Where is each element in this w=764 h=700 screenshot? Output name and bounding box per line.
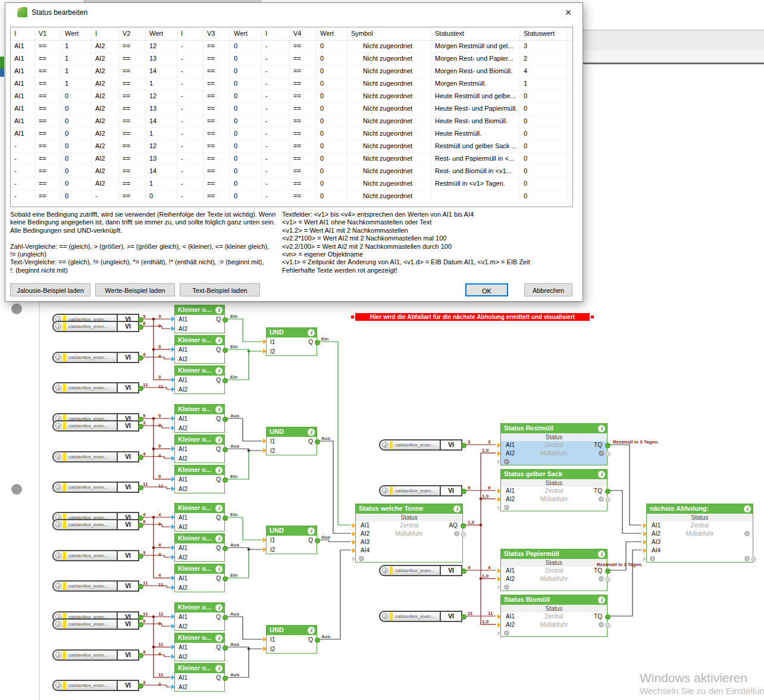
caldav-input-block[interactable]: icaldav4lox_even...VI: [379, 439, 462, 451]
caldav-input-block[interactable]: icaldav4lox_even...VI: [52, 482, 139, 493]
table-row[interactable]: AI1==1AI2==14-==0-==0Nicht zugeordnetMor…: [11, 65, 572, 78]
table-row[interactable]: AI1==1AI2==1-==0-==0Nicht zugeordnetMorg…: [11, 78, 572, 90]
status-block[interactable]: Status BiomülliStatusAI1ZentralTQAI2Müll…: [500, 595, 608, 637]
info-icon[interactable]: i: [215, 367, 223, 374]
info-icon[interactable]: i: [215, 406, 223, 413]
info-icon[interactable]: i: [598, 596, 605, 604]
add-port-icon[interactable]: +: [599, 496, 604, 502]
caldav-input-block[interactable]: icaldav4lox_even...VI: [52, 618, 139, 630]
caldav-input-block[interactable]: icaldav4lox_even...VI: [52, 649, 139, 661]
info-icon[interactable]: i: [598, 551, 605, 558]
kleiner-block[interactable]: Kleiner o...iAI1AI2Q: [174, 564, 225, 592]
caldav-input-block[interactable]: icaldav4lox_even...VI: [52, 580, 139, 592]
caldav-input-block[interactable]: icaldav4lox_even...VI: [52, 420, 139, 432]
und-block[interactable]: UNDiI1I2Q: [266, 625, 317, 654]
jalousie-beispiel-button[interactable]: Jalousie-Beispiel laden: [10, 283, 90, 296]
kleiner-block[interactable]: Kleiner o...iAI1AI2Q: [174, 435, 225, 463]
table-cell: AI1: [11, 53, 35, 65]
add-port-icon[interactable]: +: [504, 585, 509, 590]
table-row[interactable]: -==0-==0-==0-==0Nicht zugeordnet0: [11, 190, 572, 203]
caldav-input-block[interactable]: icaldav4lox_even...VI: [52, 519, 139, 530]
table-row[interactable]: AI1==1AI2==13-==0-==0Nicht zugeordnetMor…: [11, 53, 572, 65]
caldav-input-block[interactable]: icaldav4lox_even...VI: [379, 485, 462, 496]
kleiner-block[interactable]: Kleiner o...iAI1AI2Q: [174, 602, 225, 631]
ok-button[interactable]: OK: [465, 283, 508, 296]
info-icon[interactable]: i: [215, 535, 223, 542]
text-beispiel-button[interactable]: Text-Beispiel laden: [180, 283, 260, 296]
info-icon[interactable]: i: [215, 635, 223, 642]
add-port-icon[interactable]: +: [504, 459, 509, 464]
info-icon[interactable]: i: [308, 329, 315, 336]
caldav-input-block[interactable]: icaldav4lox_even...VI: [52, 321, 139, 332]
table-row[interactable]: -==0AI2==13-==0-==0Nicht zugeordnetRest-…: [11, 153, 572, 165]
wire-label: 11: [158, 611, 163, 617]
add-port-icon[interactable]: +: [599, 451, 604, 456]
und-block[interactable]: UNDiI1I2Q: [266, 427, 317, 455]
add-port-icon[interactable]: +: [744, 556, 750, 561]
close-icon[interactable]: ×: [561, 5, 575, 20]
kleiner-block[interactable]: Kleiner o...iAI1AI2Q: [174, 335, 225, 364]
port-label: TQ: [594, 613, 602, 620]
info-icon[interactable]: i: [215, 665, 223, 672]
caldav-input-block[interactable]: icaldav4lox_even...VI: [52, 382, 139, 393]
info-icon[interactable]: i: [215, 565, 223, 573]
table-row[interactable]: -==0AI2==14-==0-==0Nicht zugeordnetRest-…: [11, 165, 572, 178]
status-block[interactable]: Status PapiermülliStatusAI1ZentralTQAI2M…: [500, 549, 608, 591]
table-row[interactable]: AI1==0AI2==13-==0-==0Nicht zugeordnetHeu…: [11, 103, 572, 115]
kleiner-block[interactable]: Kleiner o...iAI1AI2Q: [174, 663, 225, 692]
info-icon[interactable]: i: [453, 505, 461, 512]
info-icon[interactable]: i: [215, 505, 223, 512]
add-port-icon[interactable]: +: [599, 576, 604, 582]
info-icon[interactable]: i: [215, 467, 223, 474]
add-port-icon[interactable]: +: [454, 531, 459, 536]
caldav-input-block[interactable]: icaldav4lox_even...VI: [379, 565, 462, 576]
status-block[interactable]: Status gelber SackiStatusAI1ZentralTQAI2…: [500, 469, 608, 511]
status-block[interactable]: Status welche TonneiStatusAI1ZentralAQAI…: [355, 504, 463, 562]
caldav-input-block[interactable]: icaldav4lox_even...VI: [379, 611, 462, 622]
info-icon[interactable]: i: [308, 627, 315, 634]
und-block[interactable]: UNDiI1I2Q: [266, 327, 317, 356]
kleiner-block[interactable]: Kleiner o...iAI1AI2Q: [174, 305, 225, 333]
table-row[interactable]: -==0AI2==1-==0-==0Nicht zugeordnetRestmü…: [11, 178, 572, 190]
add-port-icon[interactable]: +: [744, 531, 750, 536]
info-icon[interactable]: i: [308, 527, 315, 535]
table-row[interactable]: -==0AI2==12-==0-==0Nicht zugeordnetRestm…: [11, 140, 572, 153]
info-icon[interactable]: i: [215, 436, 223, 443]
info-icon[interactable]: i: [744, 505, 751, 512]
add-port-icon[interactable]: +: [504, 505, 509, 510]
table-row[interactable]: AI1==0AI2==1-==0-==0Nicht zugeordnetHeut…: [11, 128, 572, 140]
input-label: caldav4lox_even...: [68, 652, 108, 658]
caldav-input-block[interactable]: icaldav4lox_even...VI: [52, 680, 139, 691]
info-icon[interactable]: i: [215, 604, 223, 611]
annotation-banner[interactable]: Hier wird die Abfallart für die nächste …: [355, 313, 590, 321]
status-block[interactable]: Status RestmülliStatusAI1ZentralTQAI2Mül…: [500, 423, 608, 465]
kleiner-block[interactable]: Kleiner o...iAI1AI2Q: [174, 465, 225, 493]
add-port-icon[interactable]: +: [359, 556, 364, 561]
info-icon[interactable]: i: [308, 429, 315, 436]
add-port-icon[interactable]: +: [599, 622, 604, 627]
info-icon[interactable]: i: [598, 471, 605, 478]
cancel-button[interactable]: Abbrechen: [524, 283, 572, 296]
category-stripe: [390, 567, 393, 574]
add-port-icon[interactable]: +: [650, 556, 655, 561]
info-icon[interactable]: i: [215, 337, 223, 344]
table-row[interactable]: AI1==1AI2==12-==0-==0Nicht zugeordnetMor…: [11, 40, 572, 53]
dialog-titlebar[interactable]: Status bearbeiten ×: [5, 3, 583, 22]
table-row[interactable]: AI1==0AI2==12-==0-==0Nicht zugeordnetHeu…: [11, 90, 572, 103]
kleiner-block[interactable]: Kleiner o...iAI1AI2Q: [174, 633, 225, 661]
caldav-input-block[interactable]: icaldav4lox_even...VI: [52, 550, 139, 561]
caldav-input-block[interactable]: icaldav4lox_even...VI: [52, 352, 139, 363]
und-block[interactable]: UNDiI1I2Q: [266, 526, 317, 554]
kleiner-block[interactable]: Kleiner o...iAI1AI2Q: [174, 365, 225, 394]
info-icon[interactable]: i: [215, 307, 223, 314]
kleiner-block[interactable]: Kleiner o...iAI1AI2Q: [174, 533, 225, 562]
info-icon[interactable]: i: [598, 425, 605, 432]
condition-table[interactable]: IV1WertIV2WertIV3WertIV4WertSymbolStatus…: [10, 27, 573, 207]
werte-beispiel-button[interactable]: Werte-Beispiel laden: [95, 283, 175, 296]
table-row[interactable]: AI1==0AI2==14-==0-==0Nicht zugeordnetHeu…: [11, 115, 572, 128]
kleiner-block[interactable]: Kleiner o...iAI1AI2Q: [174, 404, 225, 433]
caldav-input-block[interactable]: icaldav4lox_even...VI: [52, 451, 139, 462]
kleiner-block[interactable]: Kleiner o...iAI1AI2Q: [174, 503, 225, 532]
add-port-icon[interactable]: +: [504, 630, 509, 636]
status-block[interactable]: nächste Abholung:iStatusAI1ZentralAI2Mül…: [646, 504, 753, 562]
